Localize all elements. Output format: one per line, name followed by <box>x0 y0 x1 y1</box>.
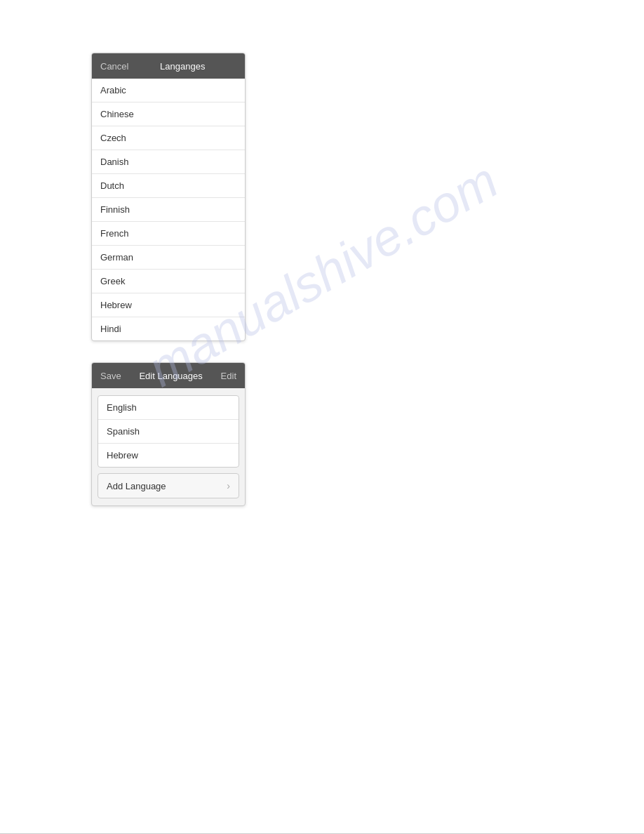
cancel-button[interactable]: Cancel <box>100 61 128 72</box>
list-item[interactable]: Hindi <box>92 317 245 340</box>
languages-panel: Cancel Langanges Arabic Chinese Czech Da… <box>91 53 246 341</box>
languages-list: Arabic Chinese Czech Danish Dutch Finnis… <box>92 79 245 340</box>
list-item[interactable]: Greek <box>92 270 245 293</box>
list-item[interactable]: Hebrew <box>98 444 239 467</box>
list-item[interactable]: Finnish <box>92 198 245 222</box>
add-language-button[interactable]: Add Language › <box>98 473 239 498</box>
list-item[interactable]: Hebrew <box>92 293 245 317</box>
list-item[interactable]: Chinese <box>92 102 245 126</box>
edit-panel-header: Save Edit Languages Edit <box>92 363 245 388</box>
add-language-label: Add Language <box>107 481 166 491</box>
list-item[interactable]: Danish <box>92 150 245 174</box>
list-item[interactable]: French <box>92 222 245 246</box>
list-item[interactable]: English <box>98 396 239 420</box>
list-item[interactable]: Dutch <box>92 174 245 198</box>
edit-panel-title: Edit Languages <box>121 371 221 381</box>
list-item[interactable]: Arabic <box>92 79 245 102</box>
list-item[interactable]: German <box>92 246 245 270</box>
languages-panel-title: Langanges <box>128 61 236 72</box>
list-item[interactable]: Spanish <box>98 420 239 444</box>
edit-list-container: English Spanish Hebrew <box>98 395 239 468</box>
selected-languages-list: English Spanish Hebrew <box>98 396 239 467</box>
chevron-right-icon: › <box>227 480 230 491</box>
languages-panel-header: Cancel Langanges <box>92 53 245 79</box>
edit-languages-panel: Save Edit Languages Edit English Spanish… <box>91 362 246 506</box>
list-item[interactable]: Czech <box>92 126 245 150</box>
edit-button[interactable]: Edit <box>221 371 236 381</box>
save-button[interactable]: Save <box>100 371 121 381</box>
